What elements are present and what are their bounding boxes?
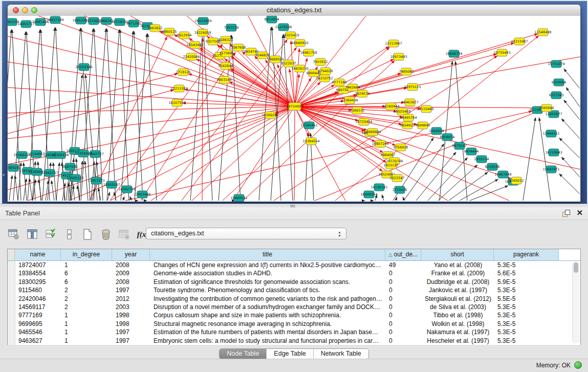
column-visibility-icon[interactable] bbox=[26, 228, 39, 241]
dropdown-stepper-icon[interactable]: ▲▼ bbox=[337, 229, 342, 238]
graph-node[interactable]: 16033809 bbox=[194, 17, 211, 25]
hide-columns-icon[interactable] bbox=[62, 228, 76, 241]
scrollbar-thumb[interactable] bbox=[574, 262, 578, 273]
new-column-icon[interactable] bbox=[81, 228, 94, 241]
graph-node[interactable]: 9097588 bbox=[63, 163, 78, 170]
graph-node[interactable]: 9227343 bbox=[549, 92, 564, 99]
graph-node[interactable]: 18226058 bbox=[194, 29, 211, 36]
graph-node[interactable]: 8322037 bbox=[281, 60, 296, 67]
table-row[interactable]: 1938455462009Genome-wide association stu… bbox=[8, 269, 580, 277]
vertical-scrollbar[interactable] bbox=[572, 261, 580, 343]
graph-node[interactable]: 16543982 bbox=[186, 41, 203, 49]
graph-node[interactable]: 7386372 bbox=[350, 107, 365, 114]
graph-node[interactable]: 9756928 bbox=[394, 144, 408, 151]
row-checklist-icon[interactable] bbox=[44, 228, 57, 241]
graph-node[interactable]: 9699695 bbox=[416, 122, 430, 129]
graph-node[interactable]: 19384554 bbox=[302, 138, 319, 145]
graph-node[interactable]: 8813054 bbox=[265, 16, 279, 23]
column-header-short[interactable]: short bbox=[421, 249, 494, 260]
graph-node[interactable]: 15692971 bbox=[542, 166, 559, 173]
table-settings-icon[interactable] bbox=[7, 228, 20, 241]
column-header-year[interactable]: year bbox=[112, 249, 150, 260]
graph-node[interactable]: 1640954 bbox=[429, 127, 444, 135]
close-panel-icon[interactable]: ✕ bbox=[576, 208, 583, 217]
graph-node[interactable]: 9671385 bbox=[126, 20, 141, 27]
graph-node[interactable]: 9245012 bbox=[509, 177, 524, 184]
column-header-name[interactable]: name bbox=[15, 249, 61, 260]
graph-node[interactable]: 9777169 bbox=[332, 79, 347, 86]
graph-node[interactable]: 16640910 bbox=[291, 39, 308, 47]
table-row[interactable]: 1456911722003Disruption of a novel membe… bbox=[8, 303, 580, 311]
graph-node[interactable]: 12975115 bbox=[404, 83, 421, 91]
graph-node[interactable]: 16782759 bbox=[118, 186, 135, 193]
graph-node[interactable]: 15218506 bbox=[275, 24, 292, 31]
graph-node[interactable]: 6679197 bbox=[452, 142, 467, 149]
graph-node[interactable]: 1615132 bbox=[384, 162, 399, 169]
graph-node[interactable]: 2718126 bbox=[176, 69, 191, 76]
table-row[interactable]: 1830029562008Estimation of significance … bbox=[8, 278, 580, 286]
graph-node[interactable]: 14136141 bbox=[371, 184, 387, 191]
graph-node[interactable]: 18724007 bbox=[286, 103, 303, 111]
graph-node[interactable]: 7955812 bbox=[313, 58, 328, 65]
graph-node[interactable]: 10958167 bbox=[103, 181, 120, 188]
graph-node[interactable]: 12923446 bbox=[134, 191, 150, 198]
graph-node[interactable]: 3624574 bbox=[355, 90, 370, 97]
graph-node[interactable]: 9115460 bbox=[419, 105, 434, 113]
graph-node[interactable]: 19463627 bbox=[401, 99, 418, 106]
tab-network-table[interactable]: Network Table bbox=[314, 349, 368, 359]
graph-node[interactable]: 7485063 bbox=[399, 68, 414, 75]
graph-node[interactable]: 7663822 bbox=[148, 25, 163, 32]
graph-node[interactable]: 8912954 bbox=[177, 32, 192, 39]
hide-panel-arrow-icon[interactable]: ◂ bbox=[2, 172, 5, 177]
network-canvas[interactable]: 2063109140557172089140618837199106532871… bbox=[8, 16, 580, 202]
delete-column-trash-icon[interactable] bbox=[99, 228, 113, 241]
graph-node[interactable]: 10973493 bbox=[390, 53, 407, 60]
graph-node[interactable]: 16961758 bbox=[300, 49, 317, 56]
graph-node[interactable]: 3175685 bbox=[220, 50, 234, 57]
graph-node[interactable]: 9218598 bbox=[485, 163, 500, 170]
graph-node[interactable]: 16040954 bbox=[360, 191, 377, 198]
graph-node[interactable]: 9329966 bbox=[552, 79, 567, 86]
graph-node[interactable]: 15345451 bbox=[300, 122, 317, 129]
graph-node[interactable]: 9242844 bbox=[219, 62, 233, 70]
column-header-pagerank[interactable]: pagerank bbox=[494, 249, 559, 260]
table-row[interactable]: 946362711997Embryonic stem cells: a mode… bbox=[8, 337, 580, 345]
graph-node[interactable]: 1595844 bbox=[539, 104, 554, 112]
graph-node[interactable]: 12213383 bbox=[170, 85, 187, 92]
graph-node[interactable]: 15751074 bbox=[548, 60, 564, 68]
column-header-in_degree[interactable]: in_degree bbox=[61, 249, 112, 260]
network-window[interactable]: citations_edges.txt 20631091405571720891… bbox=[7, 4, 581, 202]
table-row[interactable]: 977716911998Corpus callosum shape and si… bbox=[8, 311, 580, 319]
graph-node[interactable]: 2522547 bbox=[390, 174, 405, 182]
graph-node[interactable]: 12160944 bbox=[382, 103, 399, 110]
table-row[interactable]: 969969511998Structural magnetic resonanc… bbox=[8, 320, 580, 328]
window-titlebar[interactable]: citations_edges.txt bbox=[8, 5, 580, 16]
graph-node[interactable]: 1733426 bbox=[393, 186, 407, 193]
table-row[interactable]: 1872400712008Changes of HCN gene express… bbox=[8, 261, 580, 269]
graph-node[interactable]: 12444151 bbox=[542, 130, 559, 137]
graph-node[interactable]: 9474444 bbox=[464, 148, 479, 155]
graph-node[interactable]: 12213967 bbox=[385, 40, 402, 47]
graph-node[interactable]: 12215987 bbox=[511, 38, 528, 45]
graph-node[interactable]: 8958924 bbox=[440, 134, 455, 141]
graph-node[interactable]: 18107554 bbox=[168, 99, 185, 106]
table-row[interactable]: 911546021997Tourette syndrome. Phenomeno… bbox=[8, 286, 580, 294]
graph-node[interactable]: 2935114 bbox=[474, 156, 489, 163]
graph-node[interactable]: 2803144 bbox=[217, 76, 232, 83]
graph-node[interactable]: 9860125 bbox=[162, 28, 177, 35]
tab-edge-table[interactable]: Edge Table bbox=[267, 349, 313, 359]
graph-node[interactable]: 9654923 bbox=[400, 122, 415, 129]
graph-node[interactable]: 19735493 bbox=[493, 49, 510, 56]
graph-node[interactable]: 16648784 bbox=[445, 50, 462, 57]
graph-node[interactable]: 18325419 bbox=[282, 32, 299, 39]
tab-node-table[interactable]: Node Table bbox=[220, 349, 267, 359]
float-panel-icon[interactable] bbox=[562, 210, 570, 217]
graph-node[interactable]: 8186323 bbox=[219, 36, 233, 43]
column-header-out_de[interactable]: △out_de... bbox=[385, 249, 421, 260]
table-selector-dropdown[interactable]: citations_edges.txt ▲▼ bbox=[146, 228, 346, 239]
column-header-title[interactable]: title bbox=[150, 249, 385, 260]
graph-node[interactable]: 7357224 bbox=[224, 24, 239, 31]
graph-node[interactable]: 16210643 bbox=[545, 149, 562, 156]
network-view[interactable]: 2063109140557172089140618837199106532871… bbox=[8, 16, 580, 202]
table-row[interactable]: 2242004622012Investigating the contribut… bbox=[8, 295, 580, 303]
